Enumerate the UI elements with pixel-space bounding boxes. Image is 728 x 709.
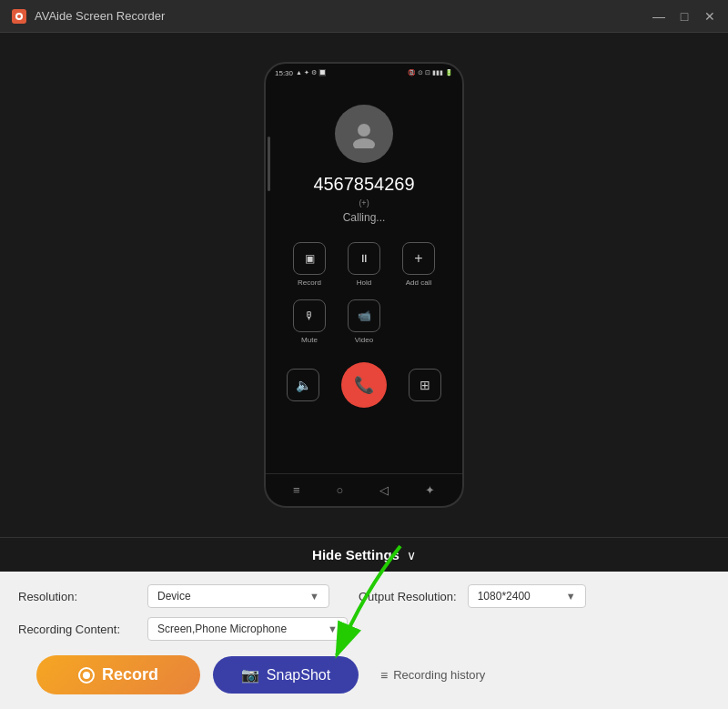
snapshot-button-label: SnapShot <box>267 667 330 684</box>
record-action[interactable]: ▣ Record <box>287 242 332 287</box>
mute-action-icon: 🎙 <box>304 309 315 322</box>
recording-history-button[interactable]: ≡ Recording history <box>380 668 485 683</box>
signal-icons: ▲ ✦ ⚙ 🔲 <box>296 69 327 76</box>
mute-icon-circle: 🎙 <box>293 299 326 332</box>
hold-action-icon: ⏸ <box>359 252 369 265</box>
phone-area: 15:30 ▲ ✦ ⚙ 🔲 📵 ⊙ ⊡ ▮▮▮ 🔋 4567854269 <box>0 33 728 537</box>
output-resolution-value: 1080*2400 <box>478 590 561 603</box>
add-call-action-icon: + <box>414 250 422 267</box>
app-icon <box>11 8 27 25</box>
recording-content-row: Recording Content: Screen,Phone Micropho… <box>18 617 710 641</box>
battery-icon: 📵 ⊙ ⊡ ▮▮▮ 🔋 <box>408 69 453 76</box>
nav-recent-icon[interactable]: ✦ <box>425 483 435 497</box>
phone-scrollbar <box>268 137 270 191</box>
end-call-button[interactable]: 📞 <box>341 362 387 408</box>
record-dot-inner <box>83 672 90 679</box>
resolution-select[interactable]: Device ▼ <box>147 584 329 608</box>
video-icon-circle: 📹 <box>348 299 380 332</box>
recording-content-label: Recording Content: <box>18 623 136 636</box>
svg-point-2 <box>17 15 21 18</box>
keypad-icon: ⊞ <box>420 378 430 392</box>
phone-frame: 15:30 ▲ ✦ ⚙ 🔲 📵 ⊙ ⊡ ▮▮▮ 🔋 4567854269 <box>264 62 464 508</box>
output-resolution-label: Output Resolution: <box>359 590 457 603</box>
camera-icon: 📷 <box>241 666 259 684</box>
record-button[interactable]: Record <box>36 655 200 694</box>
hide-settings-chevron-icon: ∨ <box>407 548 416 562</box>
add-call-action-label: Add call <box>406 279 431 287</box>
video-action[interactable]: 📹 Video <box>341 299 387 344</box>
caller-avatar <box>335 105 393 163</box>
recording-content-value: Screen,Phone Microphone <box>157 623 322 635</box>
title-bar: AVAide Screen Recorder — □ ✕ <box>0 0 728 33</box>
phone-call-content: 4567854269 (+) Calling... ▣ Record <box>266 82 462 473</box>
history-icon: ≡ <box>380 668 388 683</box>
caller-extra: (+) <box>359 198 369 208</box>
maximize-button[interactable]: □ <box>677 9 692 24</box>
record-action-icon: ▣ <box>305 252 315 265</box>
hold-action-label: Hold <box>357 279 371 287</box>
video-action-label: Video <box>355 336 373 344</box>
recording-history-label: Recording history <box>393 668 485 682</box>
mute-action-label: Mute <box>301 336 318 344</box>
snapshot-button[interactable]: 📷 SnapShot <box>213 656 359 694</box>
recording-content-dropdown-icon: ▼ <box>328 623 338 634</box>
record-dot-icon <box>78 667 95 684</box>
minimize-button[interactable]: — <box>652 9 666 24</box>
call-controls-row: 🔈 📞 ⊞ <box>287 362 441 408</box>
phone-nav-bar: ≡ ○ ◁ ✦ <box>266 473 462 506</box>
resolution-dropdown-icon: ▼ <box>309 591 319 602</box>
add-call-action[interactable]: + Add call <box>396 242 441 287</box>
mute-action[interactable]: 🎙 Mute <box>287 299 332 344</box>
status-right: 📵 ⊙ ⊡ ▮▮▮ 🔋 <box>408 69 453 76</box>
status-left: 15:30 ▲ ✦ ⚙ 🔲 <box>275 69 327 77</box>
speaker-icon: 🔈 <box>296 378 311 392</box>
title-bar-left: AVAide Screen Recorder <box>11 8 165 25</box>
hold-action[interactable]: ⏸ Hold <box>341 242 387 287</box>
close-button[interactable]: ✕ <box>703 9 717 24</box>
end-call-icon: 📞 <box>354 375 374 395</box>
time-display: 15:30 <box>275 69 293 77</box>
svg-point-3 <box>358 124 370 137</box>
app-title: AVAide Screen Recorder <box>35 9 165 23</box>
add-call-icon-circle: + <box>402 242 435 275</box>
bottom-actions: Record 📷 SnapShot ≡ Recording history <box>18 650 710 694</box>
recording-content-select[interactable]: Screen,Phone Microphone ▼ <box>147 617 348 641</box>
record-button-label: Record <box>102 665 158 684</box>
calling-status: Calling... <box>343 211 386 224</box>
nav-back-icon[interactable]: ◁ <box>379 483 389 497</box>
hold-icon-circle: ⏸ <box>348 242 380 275</box>
nav-home-icon[interactable]: ○ <box>336 483 343 497</box>
nav-menu-icon[interactable]: ≡ <box>293 483 300 497</box>
hide-settings-bar[interactable]: Hide Settings ∨ <box>0 537 728 572</box>
phone-status-bar: 15:30 ▲ ✦ ⚙ 🔲 📵 ⊙ ⊡ ▮▮▮ 🔋 <box>266 64 462 82</box>
record-icon-circle: ▣ <box>293 242 326 275</box>
speaker-button[interactable]: 🔈 <box>287 369 319 401</box>
resolution-label: Resolution: <box>18 590 136 603</box>
resolution-select-value: Device <box>157 590 304 603</box>
svg-point-4 <box>353 138 375 148</box>
output-resolution-dropdown-icon: ▼ <box>566 591 576 602</box>
resolution-row: Resolution: Device ▼ Output Resolution: … <box>18 584 710 608</box>
video-action-icon: 📹 <box>358 309 371 322</box>
settings-panel: Resolution: Device ▼ Output Resolution: … <box>0 572 728 709</box>
caller-number: 4567854269 <box>313 174 414 195</box>
output-resolution-select[interactable]: 1080*2400 ▼ <box>468 584 586 608</box>
hide-settings-label: Hide Settings <box>312 547 399 562</box>
record-action-label: Record <box>298 279 321 287</box>
window-controls: — □ ✕ <box>652 9 717 24</box>
keypad-button[interactable]: ⊞ <box>409 369 441 401</box>
call-actions-grid: ▣ Record ⏸ Hold + <box>287 242 441 344</box>
main-content: 15:30 ▲ ✦ ⚙ 🔲 📵 ⊙ ⊡ ▮▮▮ 🔋 4567854269 <box>0 33 728 709</box>
